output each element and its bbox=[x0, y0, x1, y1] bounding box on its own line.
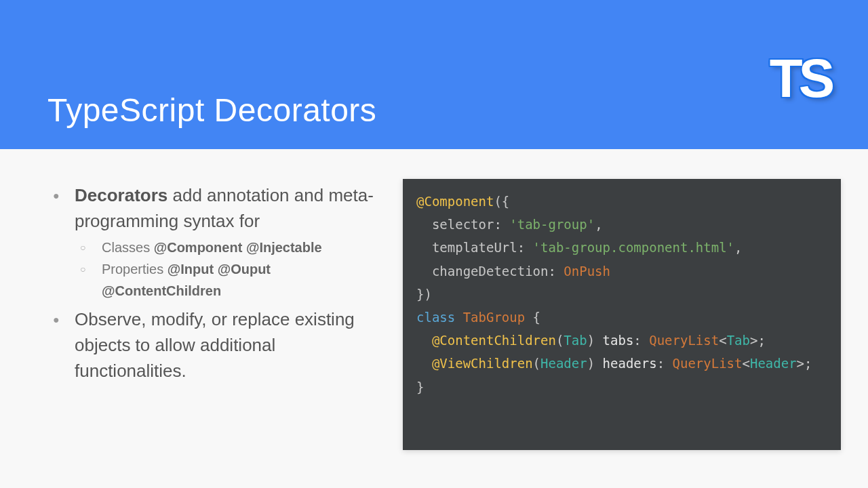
sub-bullet-item: Classes @Component @Injectable bbox=[75, 237, 387, 258]
slide-title: TypeScript Decorators bbox=[47, 92, 376, 129]
slide-content: Decorators add annotation and meta-progr… bbox=[0, 149, 868, 454]
decorator-name: @Ouput bbox=[218, 262, 271, 277]
typescript-logo: TS bbox=[770, 47, 831, 110]
decorator-name: @Injectable bbox=[246, 240, 322, 255]
bullet-strong: Decorators bbox=[75, 185, 167, 205]
slide-header: TypeScript Decorators TS bbox=[0, 0, 868, 149]
decorator-name: @ContentChildren bbox=[102, 283, 221, 298]
bullet-text: Observe, modify, or replace existing obj… bbox=[75, 309, 355, 380]
bullet-item: Decorators add annotation and meta-progr… bbox=[47, 183, 387, 302]
sub-bullet-item: Properties @Input @Ouput @ContentChildre… bbox=[75, 258, 387, 302]
code-block: @Component({ selector: 'tab-group', temp… bbox=[403, 179, 841, 450]
bullet-column: Decorators add annotation and meta-progr… bbox=[47, 183, 387, 454]
sub-bullet-text: Properties bbox=[102, 262, 167, 277]
sub-bullet-text: Classes bbox=[102, 240, 154, 255]
bullet-item: Observe, modify, or replace existing obj… bbox=[47, 307, 387, 384]
decorator-name: @Component bbox=[154, 240, 243, 255]
decorator-name: @Input bbox=[167, 262, 214, 277]
